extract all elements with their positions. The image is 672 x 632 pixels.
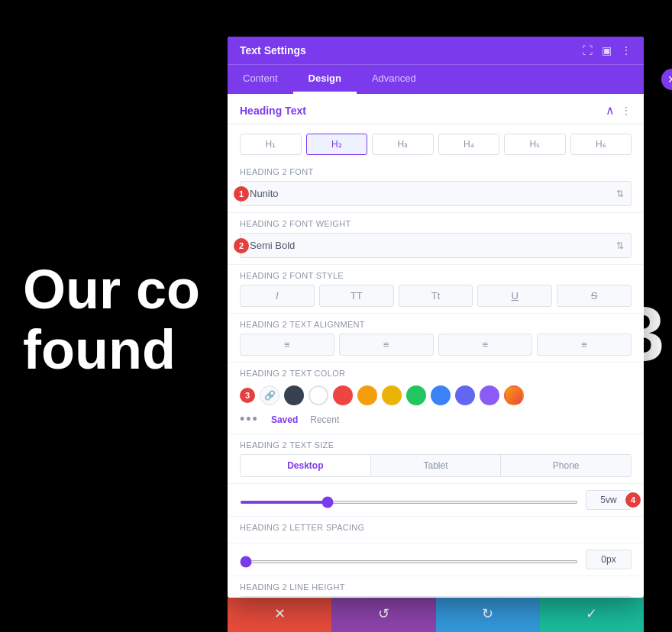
line-height-phone-tab[interactable]: Phone (501, 597, 631, 598)
color-yellow[interactable] (382, 385, 402, 405)
tab-bar: Content Design Advanced (228, 64, 644, 94)
font-label: Heading 2 Font (240, 167, 632, 176)
background-text: Our co found (23, 260, 200, 380)
heading-tab-h1[interactable]: H₁ (240, 134, 302, 155)
letter-spacing-label: Heading 2 Letter Spacing (240, 523, 632, 532)
heading-tab-h3[interactable]: H₃ (372, 134, 434, 155)
device-tab-phone[interactable]: Phone (501, 455, 631, 476)
text-size-device-tabs: Desktop Tablet Phone (240, 454, 632, 477)
heading-tab-h6[interactable]: H₆ (570, 134, 632, 155)
text-size-slider-container (240, 493, 578, 507)
font-weight-select[interactable]: Semi Bold (240, 233, 632, 258)
text-align-row: Heading 2 Text Alignment ≡ ≡ ≡ ≡ (228, 314, 644, 363)
header-icons: ⛶ ▣ ⋮ (582, 44, 632, 56)
tab-content[interactable]: Content (228, 65, 293, 94)
columns-icon[interactable]: ▣ (602, 44, 612, 56)
color-red[interactable] (333, 385, 353, 405)
text-size-slider-row: 5vw 4 (228, 484, 644, 517)
text-size-value-box: 5vw 4 (586, 490, 632, 510)
color-orange[interactable] (357, 385, 377, 405)
line-height-device-tabs: Desktop Tablet Phone (240, 596, 632, 598)
section-header-right: ∧ ⋮ (606, 103, 632, 118)
settings-panel: Text Settings ⛶ ▣ ⋮ Content Design Advan… (228, 37, 644, 598)
redo-button[interactable]: ↻ (436, 595, 540, 632)
letter-spacing-slider[interactable] (240, 560, 578, 563)
color-blue[interactable] (431, 385, 451, 405)
fullscreen-icon[interactable]: ⛶ (582, 44, 593, 56)
device-tab-tablet[interactable]: Tablet (371, 455, 502, 476)
heading-tab-h2[interactable]: H₂ (306, 134, 368, 155)
text-color-label: Heading 2 Text Color (240, 369, 632, 378)
bg-text-line2: found (23, 320, 200, 380)
color-green[interactable] (406, 385, 426, 405)
bottom-bar: ✕ ↺ ↻ ✓ (228, 595, 644, 632)
font-style-buttons: I TT Tt U S (240, 285, 632, 307)
save-button[interactable]: ✓ (540, 595, 644, 632)
heading-level-tabs: H₁ H₂ H₃ H₄ H₅ H₆ (228, 124, 644, 161)
align-buttons: ≡ ≡ ≡ ≡ (240, 334, 632, 356)
font-select-wrapper: 1 Nunito ⇅ (240, 181, 632, 206)
device-tab-desktop[interactable]: Desktop (241, 455, 371, 476)
font-style-label: Heading 2 Font Style (240, 271, 632, 280)
section-title: Heading Text (240, 105, 306, 117)
color-indigo[interactable] (455, 385, 475, 405)
heading-tab-h4[interactable]: H₄ (438, 134, 500, 155)
letter-spacing-row: Heading 2 Letter Spacing (228, 517, 644, 543)
font-row: Heading 2 Font 1 Nunito ⇅ (228, 161, 644, 213)
badge-4: 4 (625, 492, 641, 508)
color-recent-tab[interactable]: Recent (310, 414, 339, 425)
line-height-row: Heading 2 Line Height Desktop Tablet Pho… (228, 576, 644, 598)
color-white[interactable] (309, 385, 328, 405)
align-center[interactable]: ≡ (339, 334, 434, 356)
align-left[interactable]: ≡ (240, 334, 334, 356)
letter-spacing-value-box: 0px (586, 550, 632, 569)
panel-header: Text Settings ⛶ ▣ ⋮ (228, 37, 644, 64)
align-justify[interactable]: ≡ (537, 334, 632, 356)
line-height-label: Heading 2 Line Height (240, 582, 632, 592)
style-strikethrough[interactable]: S (557, 285, 632, 307)
section-header: Heading Text ∧ ⋮ (228, 94, 644, 124)
color-purple[interactable] (480, 385, 499, 405)
cancel-button[interactable]: ✕ (228, 595, 331, 632)
letter-spacing-slider-container (240, 553, 578, 566)
badge-2: 2 (234, 238, 249, 253)
font-weight-select-wrapper: 2 Semi Bold ⇅ (240, 233, 632, 258)
line-height-tablet-tab[interactable]: Tablet (371, 597, 502, 598)
line-height-desktop-tab[interactable]: Desktop (241, 597, 371, 598)
panel-close-button[interactable]: ✕ (661, 69, 672, 90)
tab-design[interactable]: Design (293, 65, 357, 94)
font-weight-label: Heading 2 Font Weight (240, 219, 632, 228)
font-style-row: Heading 2 Font Style I TT Tt U S (228, 265, 644, 314)
section-more-button[interactable]: ⋮ (621, 105, 632, 117)
color-pencil[interactable] (504, 385, 524, 405)
badge-1: 1 (234, 186, 249, 202)
font-weight-row: Heading 2 Font Weight 2 Semi Bold ⇅ (228, 213, 644, 265)
badge-3: 3 (240, 388, 255, 403)
text-size-slider[interactable] (240, 501, 578, 504)
color-dark[interactable] (284, 385, 304, 405)
heading-tab-h5[interactable]: H₅ (504, 134, 566, 155)
text-align-label: Heading 2 Text Alignment (240, 320, 632, 329)
style-uppercase[interactable]: TT (319, 285, 394, 307)
letter-spacing-slider-row: 0px (228, 543, 644, 576)
text-size-row: Heading 2 Text Size Desktop Tablet Phone (228, 434, 644, 484)
style-italic[interactable]: I (240, 285, 315, 307)
tab-advanced[interactable]: Advanced (357, 65, 431, 94)
text-color-row: Heading 2 Text Color 3 🔗 ••• Saved Recen… (228, 363, 644, 434)
text-size-value[interactable]: 5vw (586, 490, 632, 510)
style-underline[interactable]: U (477, 285, 552, 307)
text-size-label: Heading 2 Text Size (240, 440, 632, 450)
collapse-button[interactable]: ∧ (606, 103, 615, 118)
style-capitalize[interactable]: Tt (399, 285, 473, 307)
color-saved-tab[interactable]: Saved (271, 414, 298, 425)
letter-spacing-value[interactable]: 0px (586, 550, 632, 569)
align-right[interactable]: ≡ (438, 334, 533, 356)
font-select[interactable]: Nunito (240, 181, 632, 206)
color-link-button[interactable]: 🔗 (260, 385, 279, 405)
panel-body: Heading Text ∧ ⋮ H₁ H₂ H₃ H₄ H₅ H₆ Headi… (228, 94, 644, 598)
panel-title: Text Settings (240, 44, 306, 56)
undo-button[interactable]: ↺ (331, 595, 435, 632)
more-icon[interactable]: ⋮ (621, 44, 632, 56)
bg-text-line1: Our co (23, 260, 200, 320)
color-more-dots[interactable]: ••• (240, 411, 259, 427)
